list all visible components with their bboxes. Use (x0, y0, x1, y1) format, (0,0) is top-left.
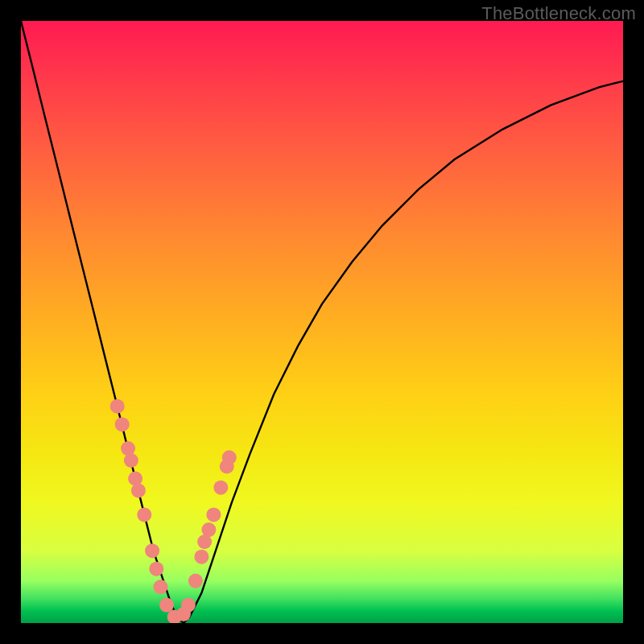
highlight-dot (181, 598, 196, 613)
highlight-dot (194, 550, 208, 564)
bottleneck-curve (21, 21, 623, 623)
plot-area (21, 21, 623, 623)
highlight-dot (137, 507, 151, 522)
chart-svg (21, 21, 623, 623)
watermark-text: TheBottleneck.com (481, 3, 636, 24)
highlight-dot (115, 417, 130, 431)
highlight-dot (149, 562, 163, 576)
highlight-dot (145, 543, 159, 558)
highlight-dot (188, 574, 203, 588)
highlight-dot (222, 450, 237, 464)
highlight-dot (154, 580, 168, 594)
highlight-dots (110, 399, 237, 623)
highlight-dot (201, 522, 216, 537)
chart-frame: TheBottleneck.com (0, 0, 644, 644)
highlight-dot (124, 453, 138, 468)
highlight-dot (131, 483, 146, 497)
highlight-dot (159, 598, 174, 613)
highlight-dot (110, 399, 125, 414)
highlight-dot (206, 507, 221, 522)
highlight-dot (213, 481, 228, 495)
